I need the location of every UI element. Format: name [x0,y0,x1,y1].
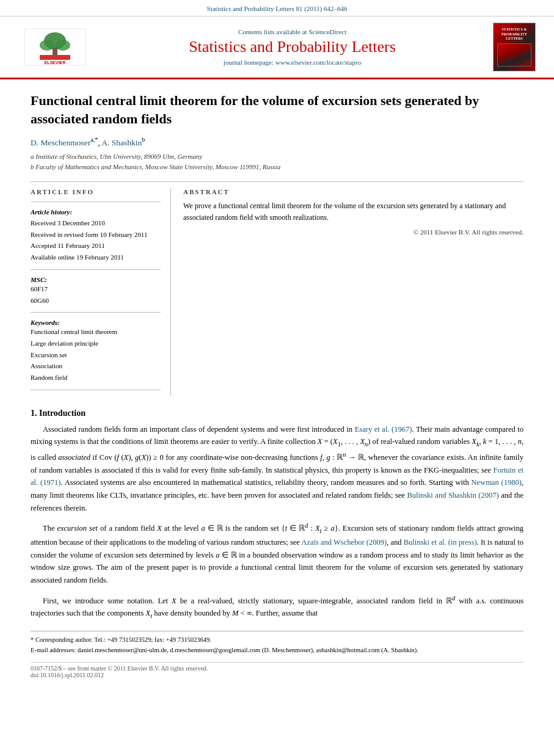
sciencedirect-link: Contents lists available at ScienceDirec… [92,28,493,35]
footer-doi: doi:10.1016/j.spl.2011.02.012 [31,672,523,678]
ref-bulinski2[interactable]: Bulinski et al. (in press) [404,538,477,547]
history-label: Article history: [31,208,161,216]
history-revised: Received in revised form 10 February 201… [31,229,161,241]
author-b-sup: b [142,136,145,143]
svg-point-3 [56,40,70,51]
affil-a: a Institute of Stochastics, Ulm Universi… [31,151,523,162]
history-received: Received 3 December 2010 [31,217,161,229]
journal-homepage: journal homepage: www.elsevier.com/locat… [92,59,493,66]
history-accepted: Accepted 11 February 2011 [31,240,161,252]
info-divider-msc [31,269,161,270]
svg-point-2 [40,40,54,51]
author-a-sup: a,* [90,136,98,143]
author-a: D. Meschenmoser [31,138,90,147]
copyright: © 2011 Elsevier B.V. All rights reserved… [183,228,523,236]
affil-b: b Faculty of Mathematics and Mechanics, … [31,162,523,173]
author-b: A. Shashkin [101,138,142,147]
fn-email: E-mail addresses: daniel.meschenmoser@un… [31,645,523,656]
article-info-abstract: ARTICLE INFO Article history: Received 3… [31,188,523,396]
elsevier-logo: ELSEVIER [18,26,92,68]
info-divider-top [31,202,161,202]
ref-azais[interactable]: Azaïs and Wschebor (2009) [301,538,387,547]
svg-rect-4 [53,48,57,56]
sciencedirect-label: ScienceDirect [308,28,346,35]
abstract-heading: ABSTRACT [183,188,523,195]
msc-60g60: 60G60 [31,295,161,307]
fn-star: * Corresponding author. Tel.: +49 731502… [31,635,523,645]
svg-rect-5 [40,55,70,60]
kw-rf: Random field [31,372,161,383]
history-online: Available online 19 February 2011 [31,252,161,263]
journal-cover-image: STATISTICS & PROBABILITY LETTERS [493,23,536,71]
kw-fclt: Functional central limit theorem [31,326,161,338]
abstract-col: ABSTRACT We prove a functional central l… [183,188,523,396]
keywords-section: Keywords: Functional central limit theor… [31,319,161,383]
journal-header: ELSEVIER Contents lists available at Sci… [0,16,554,79]
footnote-area: * Corresponding author. Tel.: +49 731502… [31,631,523,656]
header-divider [31,181,523,182]
journal-citation-header: Statistics and Probability Letters 81 (2… [0,0,554,16]
kw-ldp: Large deviation principle [31,338,161,349]
ref-fortuin[interactable]: Fortuin et al. (1971) [31,466,523,487]
article-history: Article history: Received 3 December 201… [31,208,161,263]
info-divider-bottom [31,390,161,390]
kw-assoc: Association [31,360,161,372]
article-info-heading: ARTICLE INFO [31,188,161,195]
affiliations: a Institute of Stochastics, Ulm Universi… [31,151,523,173]
intro-para1: Associated random fields form an importa… [31,423,523,515]
abstract-text: We prove a functional central limit theo… [183,200,523,224]
info-divider-kw [31,312,161,313]
msc-section: MSC: 60F17 60G60 [31,276,161,306]
journal-title-block: Contents lists available at ScienceDirec… [92,28,493,66]
citation-link[interactable]: Statistics and Probability Letters 81 (2… [207,5,348,12]
ref-esary[interactable]: Esary et al. (1967) [355,425,412,434]
ref-newman[interactable]: Newman (1980) [472,478,522,487]
svg-text:ELSEVIER: ELSEVIER [45,60,66,65]
msc-60f17: 60F17 [31,283,161,295]
article-title: Functional central limit theorem for the… [31,92,523,128]
footer-bar: 0167-7152/$ – see front matter © 2011 El… [31,662,523,678]
ref-bulinski[interactable]: Bulinski and Shashkin (2007) [407,491,498,500]
intro-para3: First, we introduce some notation. Let X… [31,593,523,621]
intro-para2: The excursion set of a random field X at… [31,520,523,586]
journal-title: Statistics and Probability Letters [92,38,493,56]
kw-excursion: Excursion set [31,349,161,361]
main-content: Functional central limit theorem for the… [0,79,554,697]
authors-line: D. Meschenmosera,*, A. Shashkinb [31,136,523,148]
keywords-label: Keywords: [31,319,161,326]
homepage-url: www.elsevier.com/locate/stapro [275,59,361,66]
article-info-col: ARTICLE INFO Article history: Received 3… [31,188,171,396]
intro-heading: 1. Introduction [31,409,523,418]
footer-license: 0167-7152/$ – see front matter © 2011 El… [31,665,523,672]
msc-label: MSC: [31,276,161,283]
